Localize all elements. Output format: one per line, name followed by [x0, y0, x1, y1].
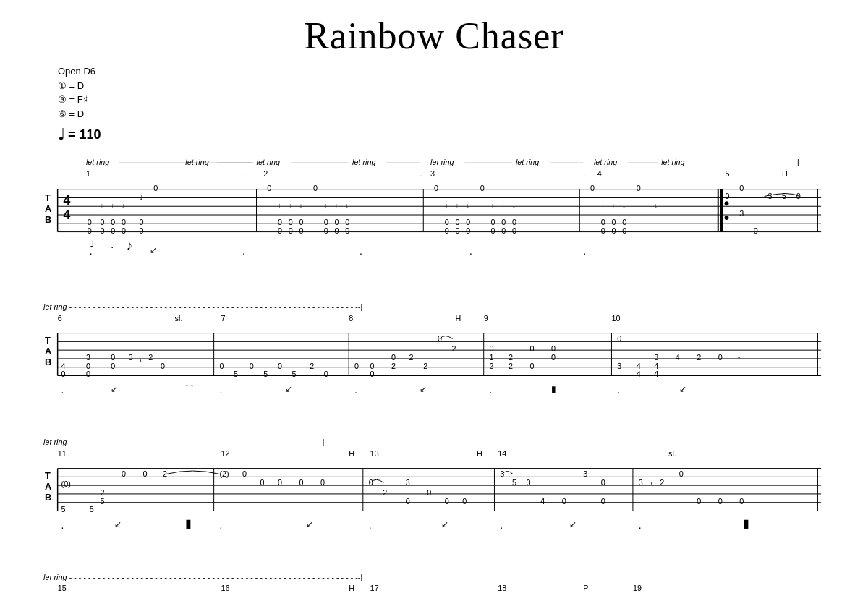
tuning-info: Open D6 ① = D ③ = F♯ ⑥ = D [58, 64, 825, 121]
svg-text:let ring: let ring [352, 158, 375, 166]
svg-text:3: 3 [129, 353, 133, 362]
svg-text:↙: ↙ [111, 384, 118, 393]
svg-text:5: 5 [292, 370, 297, 378]
svg-text:0: 0 [61, 370, 66, 378]
svg-text:↙: ↙ [114, 519, 122, 529]
svg-text:16: 16 [221, 584, 229, 592]
svg-text:𝅘𝅥𝅮: 𝅘𝅥𝅮 [127, 242, 132, 250]
svg-text:0: 0 [551, 353, 556, 362]
svg-text:12: 12 [221, 449, 229, 458]
svg-text:A: A [45, 481, 51, 492]
svg-text:\: \ [650, 480, 652, 488]
svg-text:↓: ↓ [299, 202, 302, 210]
svg-text:0: 0 [242, 469, 247, 478]
svg-text:↓: ↓ [622, 202, 626, 210]
svg-text:0: 0 [611, 218, 616, 226]
svg-text:let ring: let ring [86, 158, 109, 166]
svg-text:5: 5 [234, 370, 238, 378]
svg-text:↙: ↙ [679, 384, 686, 393]
svg-text:5: 5 [263, 370, 268, 378]
svg-text:0: 0 [142, 469, 147, 478]
svg-text:.: . [90, 246, 93, 257]
svg-text:0: 0 [219, 362, 224, 370]
svg-text:.: . [219, 385, 222, 396]
svg-text:H: H [349, 584, 354, 592]
svg-text:0: 0 [434, 184, 438, 192]
svg-point-42 [725, 201, 729, 205]
svg-text:↓: ↓ [466, 202, 469, 210]
note-symbol: ♩ [58, 125, 65, 144]
tuning-string3: ③ = F♯ [58, 93, 825, 107]
svg-text:0: 0 [101, 218, 105, 226]
svg-text:↑: ↑ [289, 202, 292, 210]
svg-text:0: 0 [530, 344, 535, 353]
tab-svg-1: let ring let ring let ring let ring let … [43, 154, 825, 277]
svg-text:↑: ↑ [278, 202, 281, 210]
svg-text:2: 2 [101, 488, 105, 497]
svg-text:4: 4 [61, 362, 66, 370]
svg-text:0: 0 [335, 226, 339, 235]
svg-text:0: 0 [480, 184, 485, 192]
svg-text:4: 4 [654, 370, 658, 378]
svg-text:10: 10 [611, 314, 620, 323]
svg-text:T: T [45, 335, 51, 346]
svg-text:0: 0 [512, 226, 516, 235]
svg-text:0: 0 [490, 344, 494, 353]
svg-text:0: 0 [278, 218, 282, 226]
svg-text:3: 3 [767, 192, 772, 200]
svg-text:.: . [61, 520, 64, 531]
svg-text:0: 0 [335, 218, 339, 226]
svg-text:5: 5 [512, 478, 516, 487]
svg-text:↑: ↑ [501, 202, 505, 210]
svg-text:2: 2 [423, 362, 427, 370]
svg-text:4: 4 [637, 362, 641, 370]
svg-text:H: H [349, 449, 354, 458]
svg-text:0: 0 [445, 226, 449, 235]
svg-text:B: B [45, 214, 51, 225]
svg-text:.: . [583, 169, 585, 178]
svg-text:let ring - - - - - - - - - - -: let ring - - - - - - - - - - - - - - - -… [43, 302, 362, 311]
tab-svg-3: let ring - - - - - - - - - - - - - - - -… [43, 435, 825, 547]
svg-text:B: B [45, 492, 51, 503]
svg-text:4: 4 [654, 362, 658, 370]
svg-text:↙: ↙ [150, 245, 157, 255]
tempo-value: = 110 [68, 127, 101, 142]
svg-text:0: 0 [462, 497, 467, 506]
svg-text:let ring: let ring [516, 158, 539, 166]
svg-text:0: 0 [754, 226, 758, 235]
svg-text:19: 19 [633, 584, 642, 592]
svg-text:0: 0 [278, 226, 282, 235]
svg-text:↑: ↑ [445, 202, 448, 210]
svg-text:H: H [782, 169, 788, 178]
svg-text:0: 0 [370, 370, 375, 378]
svg-text:2: 2 [263, 169, 268, 178]
svg-text:let ring: let ring [185, 158, 208, 166]
svg-text:0: 0 [406, 497, 410, 506]
svg-text:4: 4 [63, 193, 70, 208]
svg-text:8: 8 [349, 314, 353, 323]
svg-text:sl.: sl. [175, 314, 183, 323]
svg-text:0: 0 [611, 226, 616, 235]
svg-text:let ring: let ring [257, 158, 280, 166]
svg-text:0: 0 [161, 362, 165, 370]
svg-text:↑: ↑ [335, 202, 339, 210]
svg-text:0: 0 [289, 218, 293, 226]
svg-text:.: . [369, 520, 372, 531]
svg-text:0: 0 [718, 497, 723, 506]
svg-text:↑: ↑ [611, 202, 615, 210]
tuning-string1: ① = D [58, 79, 825, 93]
svg-text:0: 0 [278, 362, 282, 370]
svg-text:0: 0 [260, 478, 264, 487]
svg-text:0: 0 [551, 344, 556, 353]
svg-text:5: 5 [726, 169, 730, 178]
svg-text:0: 0 [617, 334, 621, 343]
svg-text:0: 0 [491, 226, 495, 235]
svg-text:0: 0 [289, 226, 293, 235]
svg-text:2: 2 [509, 362, 513, 370]
svg-text:↓: ↓ [512, 202, 516, 210]
svg-text:↓: ↓ [122, 202, 125, 210]
svg-text:0: 0 [697, 497, 701, 506]
svg-text:0: 0 [491, 218, 495, 226]
svg-text:0: 0 [122, 218, 126, 226]
svg-text:↓: ↓ [140, 192, 143, 201]
